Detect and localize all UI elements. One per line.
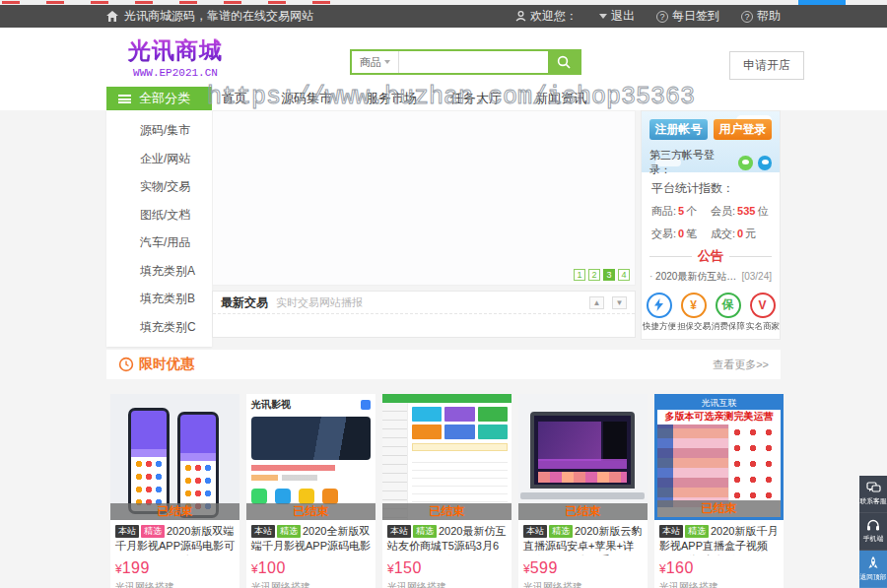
- wechat-login-icon[interactable]: [738, 156, 752, 170]
- product-card[interactable]: 光讯影视 已结束 本站精选2020全新版双端千月影视APP源码电影APP可代理五…: [246, 394, 375, 588]
- appstore-icon: [361, 400, 371, 410]
- search-category-select[interactable]: 商品: [352, 51, 399, 73]
- product-title[interactable]: 本站精选2020最新仿互站友价商城T5源码3月6日升级12月赠送: [382, 520, 512, 555]
- menu-item-news[interactable]: 新闻资讯: [535, 90, 586, 107]
- slider-page-4[interactable]: 4: [618, 269, 630, 281]
- welcome-user: 欢迎您：: [515, 8, 578, 25]
- product-image: 已结束: [110, 394, 239, 520]
- menu-item-source-market[interactable]: 源码集市: [281, 90, 332, 107]
- sidebar-item-filler-b[interactable]: 填充类别B: [106, 285, 212, 312]
- feature-guarantee: 保 消费保障: [712, 293, 745, 333]
- flash-sale-bar: 限时优惠 查看更多>>: [106, 350, 781, 379]
- movie-banner: [251, 417, 371, 460]
- product-seller[interactable]: 光讯网络搭建: [518, 577, 648, 588]
- menu-item-service-market[interactable]: 服务市场: [366, 90, 417, 107]
- sidebar-item-source[interactable]: 源码/集市: [106, 116, 212, 144]
- sidebar-item-car[interactable]: 汽车/用品: [106, 229, 212, 256]
- feature-fast: 快捷方便: [643, 293, 676, 333]
- notice-bar: [412, 443, 508, 451]
- sidebar-item-enterprise[interactable]: 企业/网站: [106, 145, 212, 172]
- chat-icon: [866, 482, 881, 494]
- hamburger-icon: [118, 95, 131, 103]
- logo-title: 光讯商城: [128, 35, 223, 66]
- floating-sidebar: 联系客服 手机端 返回顶部: [859, 476, 887, 588]
- product-image: 已结束: [518, 394, 648, 520]
- product-card[interactable]: 光讯互联 多版本可选亲测完美运营 已结束 本站精选2020新版千月影视APP直播…: [654, 394, 784, 588]
- search-input[interactable]: [399, 51, 548, 73]
- contact-service-button[interactable]: 联系客服: [859, 476, 887, 513]
- yen-icon: ¥: [681, 293, 707, 318]
- product-seller[interactable]: 光讯网络搭建: [654, 577, 784, 588]
- laptop-base: [520, 492, 645, 499]
- search-icon: [557, 55, 571, 69]
- feature-verified: V 实名商家: [746, 293, 780, 333]
- product-title[interactable]: 本站精选2020新版千月影视APP直播盒子视频APP影视小电影代: [654, 520, 784, 555]
- admin-topbar: [382, 394, 512, 403]
- notice-item[interactable]: 2020最新仿互站友价商城[03/24]: [649, 268, 772, 285]
- badge-site: 本站: [387, 525, 411, 538]
- phone-mockup: [128, 408, 170, 514]
- scroll-up-button[interactable]: ▲: [589, 296, 604, 309]
- question-circle-icon: ?: [656, 11, 668, 23]
- site-notice: 光讯商城源码，靠谱的在线交易网站: [124, 8, 313, 25]
- badge-featured: 精选: [549, 525, 573, 538]
- qq-login-icon[interactable]: [758, 156, 772, 170]
- product-seller[interactable]: 光讯网络搭建: [246, 577, 375, 588]
- trust-features: 快捷方便 ¥ 担保交易 保 消费保障 V 实名商家: [641, 286, 781, 340]
- sidebar-item-drawings[interactable]: 图纸/文档: [106, 201, 212, 229]
- logout-link[interactable]: 退出: [599, 8, 635, 25]
- apply-shop-button[interactable]: 申请开店: [729, 51, 804, 80]
- notice-title: 公告: [698, 247, 723, 265]
- sidebar-item-filler-a[interactable]: 填充类别A: [106, 257, 212, 285]
- search-button[interactable]: [548, 51, 580, 73]
- product-title[interactable]: 本站精选2020全新版双端千月影视APP源码电影APP可代理五级: [246, 520, 375, 555]
- register-button[interactable]: 注册帐号: [649, 119, 708, 140]
- soldout-overlay: 已结束: [110, 503, 239, 520]
- product-card[interactable]: 已结束 本站精选2020新版双端千月影视APP源码电影可代理合伙人网站 ¥199…: [110, 394, 239, 588]
- all-categories-button[interactable]: 全部分类: [106, 87, 212, 110]
- top-bar: 光讯商城源码，靠谱的在线交易网站 欢迎您： 退出 ? 每日签到 ? 帮助: [0, 5, 887, 28]
- sidebar-item-filler-c[interactable]: 填充类别C: [106, 313, 212, 341]
- badge-featured: 精选: [413, 525, 437, 538]
- mobile-site-button[interactable]: 手机端: [859, 513, 887, 551]
- product-card[interactable]: 已结束 本站精选2020最新仿互站友价商城T5源码3月6日升级12月赠送 ¥15…: [382, 394, 512, 588]
- site-header: 光讯商城 WWW.EP2021.CN 商品 申请开店: [0, 28, 887, 87]
- lightning-icon: [647, 293, 672, 318]
- product-seller[interactable]: 光讯网络搭建: [382, 577, 512, 588]
- menu-item-task-hall[interactable]: 任务大厅: [450, 90, 502, 107]
- product-image: 光讯影视 已结束: [246, 394, 375, 520]
- back-to-top-button[interactable]: 返回顶部: [859, 551, 887, 588]
- soldout-overlay: 已结束: [382, 503, 512, 520]
- image-promo-text: 多版本可选亲测完美运营: [657, 410, 781, 424]
- poster-mosaic: [657, 425, 781, 507]
- chevron-down-icon: [599, 14, 607, 19]
- badge-site: 本站: [659, 525, 683, 538]
- login-button[interactable]: 用户登录: [714, 119, 772, 140]
- menu-item-home[interactable]: 首页: [222, 90, 247, 107]
- search-box: 商品: [350, 49, 581, 75]
- phone-mockup: [177, 412, 219, 518]
- slider-page-3[interactable]: 3: [603, 269, 615, 281]
- image-caption: 光讯影视: [251, 398, 291, 412]
- help-link[interactable]: ? 帮助: [741, 8, 781, 25]
- slider-pagination: 1 2 3 4: [574, 269, 630, 281]
- clock-icon: [118, 357, 134, 372]
- product-card[interactable]: 已结束 本站精选2020新版云豹直播源码安卓+苹果+详细安装教程直播系 ¥599…: [518, 394, 648, 588]
- product-title[interactable]: 本站精选2020新版云豹直播源码安卓+苹果+详细安装教程直播系: [518, 520, 648, 555]
- laptop-mockup: [530, 412, 635, 489]
- user-icon: [515, 11, 526, 22]
- image-caption: 光讯互联: [657, 397, 781, 410]
- home-icon: [106, 11, 118, 22]
- daily-signin-link[interactable]: ? 每日签到: [656, 8, 719, 25]
- product-seller[interactable]: 光讯网络搭建: [110, 577, 239, 588]
- product-title[interactable]: 本站精选2020新版双端千月影视APP源码电影可代理合伙人网站: [110, 520, 239, 555]
- slider-page-1[interactable]: 1: [574, 269, 585, 281]
- badge-site: 本站: [115, 525, 139, 538]
- latest-trade-box: 最新交易 实时交易网站播报 ▲ ▼: [212, 291, 636, 338]
- flash-sale-title: 限时优惠: [139, 356, 194, 373]
- view-more-link[interactable]: 查看更多>>: [713, 358, 769, 372]
- slider-page-2[interactable]: 2: [588, 269, 600, 281]
- scroll-down-button[interactable]: ▼: [612, 296, 627, 309]
- site-logo[interactable]: 光讯商城 WWW.EP2021.CN: [128, 35, 223, 79]
- sidebar-item-goods[interactable]: 实物/交易: [106, 172, 212, 200]
